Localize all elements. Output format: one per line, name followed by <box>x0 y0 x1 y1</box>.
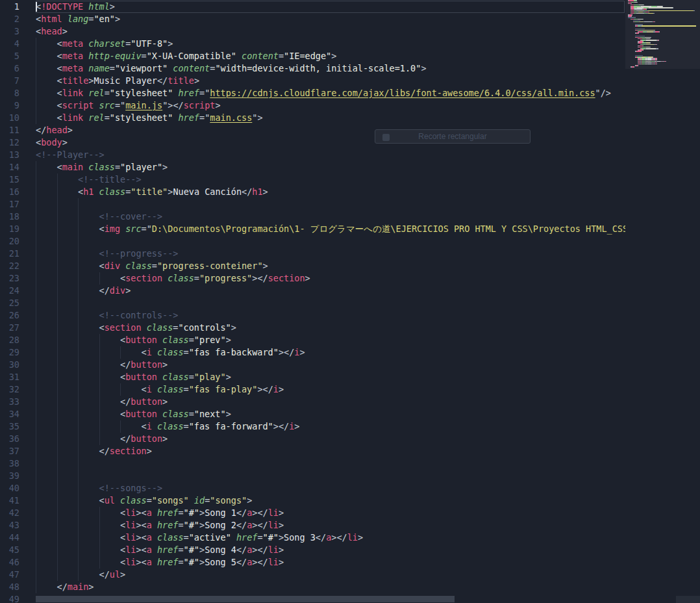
line-number[interactable]: 6 <box>0 62 19 75</box>
code-line-text[interactable]: <meta name="viewport" content="width=dev… <box>57 62 427 75</box>
line-number[interactable]: 42 <box>0 507 19 519</box>
line-number[interactable]: 43 <box>0 519 19 532</box>
line-number[interactable]: 19 <box>0 223 19 235</box>
code-line-text[interactable]: </button> <box>120 433 168 445</box>
line-number[interactable]: 11 <box>0 124 19 136</box>
code-token: > <box>199 520 205 530</box>
code-line-text[interactable]: <!--songs--> <box>99 482 163 494</box>
line-number[interactable]: 34 <box>0 408 19 420</box>
code-line-text[interactable]: </main> <box>57 581 94 593</box>
code-line-text[interactable]: <section class="progress"></section> <box>120 272 310 285</box>
line-number[interactable]: 33 <box>0 396 19 408</box>
line-number[interactable]: 44 <box>0 532 19 544</box>
code-token: i <box>147 384 152 394</box>
code-line-text[interactable]: </section> <box>99 445 152 457</box>
line-number[interactable]: 40 <box>0 482 19 494</box>
code-line-text[interactable]: <button class="play"> <box>120 371 231 383</box>
line-number[interactable]: 2 <box>0 13 19 25</box>
code-line-text[interactable]: <main class="player"> <box>57 161 168 173</box>
line-number[interactable]: 32 <box>0 383 19 396</box>
code-line-text[interactable]: <section class="controls"> <box>99 322 236 334</box>
line-number[interactable]: 27 <box>0 322 19 334</box>
horizontal-scrollbar-thumb[interactable] <box>36 596 455 602</box>
code-line-text[interactable]: </div> <box>99 285 131 297</box>
code-line-text[interactable]: <!--progress--> <box>99 248 179 260</box>
line-number[interactable]: 37 <box>0 445 19 457</box>
line-number[interactable]: 24 <box>0 285 19 297</box>
line-number[interactable]: 49 <box>0 593 19 603</box>
line-number[interactable]: 41 <box>0 494 19 507</box>
code-line-text[interactable]: <script src="main.js"></script> <box>57 99 221 112</box>
code-line-text[interactable]: <!--cover--> <box>99 211 163 223</box>
line-number[interactable]: 8 <box>0 87 19 99</box>
line-number[interactable]: 28 <box>0 334 19 346</box>
line-number[interactable]: 15 <box>0 173 19 186</box>
code-line-text[interactable]: </head> <box>36 124 73 136</box>
code-line-text[interactable]: <i class="fas fa-play"></i> <box>142 383 284 396</box>
line-number[interactable]: 25 <box>0 297 19 309</box>
line-number[interactable]: 1 <box>0 1 19 13</box>
line-number[interactable]: 9 <box>0 99 19 112</box>
line-number[interactable]: 23 <box>0 272 19 285</box>
code-line-text[interactable]: <!--controls--> <box>99 309 179 322</box>
code-line-text[interactable]: <h1 class="title">Nueva Canción</h1> <box>78 186 268 198</box>
snip-mode-tooltip[interactable]: Recorte rectangular <box>375 129 531 144</box>
line-number[interactable]: 31 <box>0 371 19 383</box>
line-number[interactable]: 22 <box>0 260 19 272</box>
code-editor-area[interactable]: 1<!DOCTYPE html>2<html lang="en">3<head>… <box>0 1 625 603</box>
code-line-text[interactable]: <link rel="stylesheet" href="main.css"> <box>57 112 263 124</box>
code-line: 12<body> <box>0 136 625 149</box>
code-line-text[interactable]: <!--title--> <box>78 173 142 186</box>
code-line-text[interactable]: <img src="D:\Documentos\Programación\1- … <box>99 223 626 235</box>
line-number[interactable]: 38 <box>0 457 19 470</box>
code-line-text[interactable]: </button> <box>120 396 168 408</box>
code-line-text[interactable]: <li><a class="active" href="#">Song 3</a… <box>120 532 363 544</box>
line-number[interactable]: 3 <box>0 25 19 38</box>
line-number[interactable]: 26 <box>0 309 19 322</box>
code-line-text[interactable]: </button> <box>120 359 168 371</box>
line-number[interactable]: 46 <box>0 556 19 569</box>
code-line-text[interactable]: <title>Music Player</title> <box>57 75 200 87</box>
line-number[interactable]: 35 <box>0 420 19 433</box>
line-number[interactable]: 47 <box>0 569 19 581</box>
line-number[interactable]: 45 <box>0 544 19 556</box>
line-number[interactable]: 18 <box>0 211 19 223</box>
code-line-text[interactable]: <head> <box>36 25 68 38</box>
code-line-text[interactable]: <!DOCTYPE html> <box>36 1 115 13</box>
line-number[interactable]: 48 <box>0 581 19 593</box>
code-line-text[interactable]: </ul> <box>99 569 126 581</box>
minimap[interactable] <box>627 0 700 70</box>
line-number[interactable]: 10 <box>0 112 19 124</box>
line-number[interactable]: 39 <box>0 470 19 482</box>
line-number[interactable]: 5 <box>0 50 19 62</box>
line-number[interactable]: 12 <box>0 136 19 149</box>
code-line-text[interactable]: <li><a href="#">Song 1</a></li> <box>120 507 284 519</box>
line-number[interactable]: 13 <box>0 149 19 161</box>
code-line-text[interactable]: <i class="fas fa-backward"></i> <box>142 346 305 359</box>
line-number[interactable]: 36 <box>0 433 19 445</box>
code-line-text[interactable]: <button class="next"> <box>120 408 231 420</box>
line-number[interactable]: 21 <box>0 248 19 260</box>
line-number[interactable]: 7 <box>0 75 19 87</box>
line-number[interactable]: 16 <box>0 186 19 198</box>
line-number[interactable]: 17 <box>0 198 19 211</box>
line-number[interactable]: 14 <box>0 161 19 173</box>
code-line-text[interactable]: <link rel="stylesheet" href="https://cdn… <box>57 87 612 99</box>
code-line-text[interactable]: <body> <box>36 136 68 149</box>
line-number[interactable]: 29 <box>0 346 19 359</box>
line-number[interactable]: 4 <box>0 38 19 50</box>
code-line-text[interactable]: <meta http-equiv="X-UA-Compatible" conte… <box>57 50 337 62</box>
code-line-text[interactable]: <i class="fas fa-forward"></i> <box>142 420 300 433</box>
code-line-text[interactable]: <li><a href="#">Song 4</a></li> <box>120 544 284 556</box>
code-line-text[interactable]: <html lang="en"> <box>36 13 120 25</box>
line-number[interactable]: 30 <box>0 359 19 371</box>
code-line-text[interactable]: <li><a href="#">Song 2</a></li> <box>120 519 284 532</box>
code-line-text[interactable]: <li><a href="#">Song 5</a></li> <box>120 556 284 569</box>
code-line-text[interactable]: <div class="progress-conteiner"> <box>99 260 268 272</box>
code-line-text[interactable]: <!--Player--> <box>36 149 105 161</box>
code-token: "#" <box>184 557 199 567</box>
code-line-text[interactable]: <meta charset="UTF-8"> <box>57 38 173 50</box>
line-number[interactable]: 20 <box>0 235 19 248</box>
code-line-text[interactable]: <button class="prev"> <box>120 334 231 346</box>
code-line-text[interactable]: <ul class="songs" id="songs"> <box>99 494 253 507</box>
